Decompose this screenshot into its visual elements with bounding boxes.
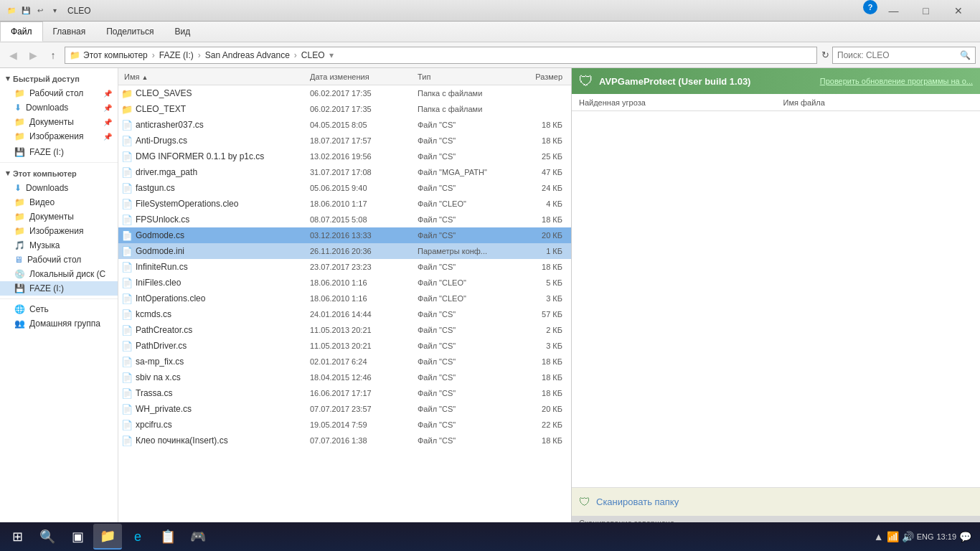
table-row[interactable]: 📄 FileSystemOperations.cleo 18.06.2010 1… — [118, 196, 571, 212]
sidebar-item-docs-quick[interactable]: 📁 Документы 📌 — [0, 115, 118, 129]
avp-update-link[interactable]: Проверить обновление программы на о... — [820, 77, 973, 85]
up-button[interactable]: ↑ — [44, 47, 62, 64]
sidebar-desktop-label: Рабочий стол — [29, 88, 83, 98]
avp-scan-button[interactable]: Сканировать папку — [596, 496, 679, 507]
tray-chevron[interactable]: ▲ — [874, 531, 884, 542]
table-row[interactable]: 📄 FPSUnlock.cs 08.07.2015 5:08 Файл "CS"… — [118, 212, 571, 227]
start-button[interactable]: ⊞ — [3, 524, 32, 550]
close-button[interactable]: ✕ — [942, 0, 974, 22]
col-name-header[interactable]: Имя ▲ — [121, 72, 310, 81]
breadcrumb-drive[interactable]: FAZE (I:) — [159, 50, 194, 60]
tab-view[interactable]: Вид — [164, 22, 201, 42]
table-row[interactable]: 📄 driver.mga_path 31.07.2017 17:08 Файл … — [118, 164, 571, 180]
sidebar-documents-label: Документы — [29, 212, 74, 222]
col-date-header[interactable]: Дата изменения — [310, 72, 418, 81]
address-path[interactable]: 📁 Этот компьютер › FAZE (I:) › San Andre… — [65, 47, 817, 64]
sidebar-item-local-disk[interactable]: 💿 Локальный диск (C — [0, 267, 118, 281]
avp-col-file: Имя файла — [776, 98, 981, 107]
table-row[interactable]: 📄 anticrasher037.cs 04.05.2015 8:05 Файл… — [118, 117, 571, 133]
sidebar-item-downloads[interactable]: ⬇ Downloads — [0, 181, 118, 195]
col-size-header[interactable]: Размер — [511, 72, 568, 81]
taskbar-app2[interactable]: 🎮 — [184, 524, 212, 550]
table-row[interactable]: 📁 CLEO_TEXT 06.02.2017 17:35 Папка с фай… — [118, 101, 571, 117]
table-row[interactable]: 📄 Trassa.cs 16.06.2017 17:17 Файл "CS" 1… — [118, 385, 571, 401]
search-icon: 🔍 — [960, 50, 971, 60]
breadcrumb-pc[interactable]: Этот компьютер — [83, 50, 148, 60]
table-row[interactable]: 📄 IniFiles.cleo 18.06.2010 1:16 Файл "CL… — [118, 275, 571, 291]
table-row[interactable]: 📄 fastgun.cs 05.06.2015 9:40 Файл "CS" 2… — [118, 180, 571, 196]
taskbar-task-view[interactable]: ▣ — [63, 524, 92, 550]
quick-access-header[interactable]: ▾ Быстрый доступ — [0, 71, 118, 86]
file-name: Godmode.cs — [136, 230, 310, 240]
maximize-button[interactable]: □ — [910, 0, 942, 22]
avp-content — [572, 111, 980, 487]
sidebar-item-desktop2[interactable]: 🖥 Рабочий стол — [0, 253, 118, 267]
cs-file-icon: 📄 — [121, 183, 136, 194]
sidebar-item-faze-drive[interactable]: 💾 FAZE (I:) — [0, 145, 118, 159]
taskbar-search[interactable]: 🔍 — [33, 524, 62, 550]
table-row[interactable]: 📁 CLEO_SAVES 06.02.2017 17:35 Папка с фа… — [118, 85, 571, 101]
search-input[interactable] — [837, 50, 957, 60]
sidebar-item-music[interactable]: 🎵 Музыка — [0, 238, 118, 253]
table-row[interactable]: 📄 xpcifru.cs 19.05.2014 7:59 Файл "CS" 2… — [118, 417, 571, 433]
sidebar-item-network[interactable]: 🌐 Сеть — [0, 302, 118, 316]
file-type: Файл "CS" — [418, 373, 511, 382]
this-pc-header[interactable]: ▾ Этот компьютер — [0, 166, 118, 181]
table-row[interactable]: 📄 IntOperations.cleo 18.06.2010 1:16 Фай… — [118, 291, 571, 306]
tab-home[interactable]: Главная — [43, 22, 97, 42]
tab-file[interactable]: Файл — [0, 22, 43, 42]
minimize-button[interactable]: — — [877, 0, 910, 22]
breadcrumb-san-andreas[interactable]: San Andreas Advance — [205, 50, 290, 60]
music-icon: 🎵 — [14, 240, 25, 250]
file-date: 06.02.2017 17:35 — [310, 89, 418, 98]
col-type-header[interactable]: Тип — [418, 72, 511, 81]
table-row[interactable]: 📄 PathDriver.cs 11.05.2013 20:21 Файл "C… — [118, 338, 571, 354]
search-box[interactable]: 🔍 — [832, 47, 976, 64]
help-button[interactable]: ? — [863, 0, 877, 14]
table-row[interactable]: 📄 Godmode.cs 03.12.2016 13:33 Файл "CS" … — [118, 227, 571, 243]
sidebar-item-desktop[interactable]: 📁 Рабочий стол 📌 — [0, 86, 118, 100]
tray-time[interactable]: 13:19 — [936, 532, 956, 541]
table-row[interactable]: 📄 Клео починка(Insert).cs 07.07.2016 1:3… — [118, 433, 571, 448]
table-row[interactable]: 📄 sa-mp_fix.cs 02.01.2017 6:24 Файл "CS"… — [118, 354, 571, 369]
sidebar-item-homegroup[interactable]: 👥 Домашняя группа — [0, 316, 118, 331]
taskbar-app1[interactable]: 📋 — [154, 524, 182, 550]
sidebar-item-video[interactable]: 📁 Видео — [0, 195, 118, 209]
table-row[interactable]: 📄 sbiv na x.cs 18.04.2015 12:46 Файл "CS… — [118, 369, 571, 385]
taskbar-edge[interactable]: e — [123, 524, 152, 550]
sidebar-item-pictures[interactable]: 📁 Изображения — [0, 224, 118, 238]
back-button[interactable]: ◀ — [4, 47, 22, 64]
table-row[interactable]: 📄 Godmode.ini 26.11.2016 20:36 Параметры… — [118, 243, 571, 259]
tray-notification[interactable]: 💬 — [959, 531, 971, 542]
file-date: 07.07.2017 23:57 — [310, 405, 418, 413]
sidebar-item-downloads-quick[interactable]: ⬇ Downloads 📌 — [0, 100, 118, 115]
table-row[interactable]: 📄 Anti-Drugs.cs 18.07.2017 17:57 Файл "C… — [118, 133, 571, 149]
refresh-button[interactable]: ↻ — [821, 50, 829, 60]
tray-volume[interactable]: 🔊 — [902, 531, 914, 542]
table-row[interactable]: 📄 InfiniteRun.cs 23.07.2017 23:23 Файл "… — [118, 259, 571, 275]
avp-shield-small-icon: 🛡 — [579, 496, 590, 509]
table-row[interactable]: 📄 DMG INFORMER 0.1.1 by p1c.cs 13.02.201… — [118, 149, 571, 164]
table-row[interactable]: 📄 WH_private.cs 07.07.2017 23:57 Файл "C… — [118, 401, 571, 417]
file-date: 04.05.2015 8:05 — [310, 121, 418, 129]
forward-button[interactable]: ▶ — [24, 47, 42, 64]
pin-icon-2: 📌 — [103, 118, 112, 126]
tray-network[interactable]: 📶 — [887, 531, 899, 542]
file-name: CLEO_TEXT — [136, 104, 310, 114]
sidebar-item-faze[interactable]: 💾 FAZE (I:) — [0, 281, 118, 296]
folder-row-icon: 📁 — [121, 104, 136, 115]
file-type: Файл "CS" — [418, 326, 511, 334]
file-type: Файл "CLEO" — [418, 199, 511, 208]
file-date: 08.07.2015 5:08 — [310, 215, 418, 224]
file-date: 31.07.2017 17:08 — [310, 168, 418, 176]
table-row[interactable]: 📄 kcmds.cs 24.01.2016 14:44 Файл "CS" 57… — [118, 306, 571, 322]
file-date: 19.05.2014 7:59 — [310, 420, 418, 429]
table-row[interactable]: 📄 PathCreator.cs 11.05.2013 20:21 Файл "… — [118, 322, 571, 338]
tray-lang[interactable]: ENG — [917, 532, 934, 541]
taskbar-explorer[interactable]: 📁 — [93, 524, 122, 550]
sidebar-item-images-quick[interactable]: 📁 Изображения 📌 — [0, 129, 118, 143]
sidebar-downloads2-label: Downloads — [26, 183, 68, 193]
tab-share[interactable]: Поделиться — [96, 22, 164, 42]
sidebar-item-documents[interactable]: 📁 Документы — [0, 209, 118, 224]
file-date: 11.05.2013 20:21 — [310, 342, 418, 350]
